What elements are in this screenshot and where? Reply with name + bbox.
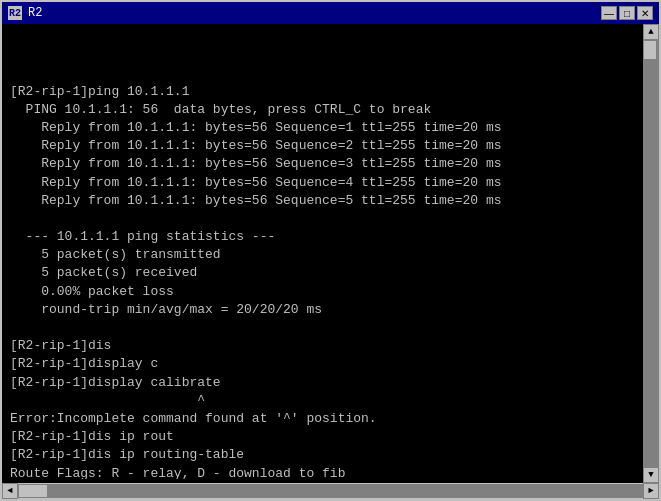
terminal-line: Reply from 10.1.1.1: bytes=56 Sequence=5… — [10, 192, 635, 210]
minimize-button[interactable]: — — [601, 6, 617, 20]
terminal-line: 5 packet(s) received — [10, 264, 635, 282]
terminal-line: Reply from 10.1.1.1: bytes=56 Sequence=3… — [10, 155, 635, 173]
scroll-up-button[interactable]: ▲ — [643, 24, 659, 40]
scroll-thumb-horizontal[interactable] — [18, 484, 48, 498]
terminal-container: [R2-rip-1]ping 10.1.1.1 PING 10.1.1.1: 5… — [2, 24, 659, 483]
terminal-line: Reply from 10.1.1.1: bytes=56 Sequence=4… — [10, 174, 635, 192]
scroll-track-horizontal[interactable] — [18, 484, 643, 498]
window-icon: R2 — [8, 6, 22, 20]
scroll-right-button[interactable]: ► — [643, 483, 659, 499]
vertical-scrollbar[interactable]: ▲ ▼ — [643, 24, 659, 483]
terminal-line: ^ — [10, 392, 635, 410]
terminal-content: [R2-rip-1]ping 10.1.1.1 PING 10.1.1.1: 5… — [10, 28, 635, 479]
title-bar: R2 R2 — □ ✕ — [2, 2, 659, 24]
scroll-thumb-vertical[interactable] — [643, 40, 657, 60]
maximize-button[interactable]: □ — [619, 6, 635, 20]
terminal-line: --- 10.1.1.1 ping statistics --- — [10, 228, 635, 246]
horizontal-scrollbar[interactable]: ◄ ► — [2, 483, 659, 499]
terminal-line — [10, 319, 635, 337]
terminal-line: Route Flags: R - relay, D - download to … — [10, 465, 635, 480]
terminal-line: round-trip min/avg/max = 20/20/20 ms — [10, 301, 635, 319]
close-button[interactable]: ✕ — [637, 6, 653, 20]
title-bar-controls: — □ ✕ — [601, 6, 653, 20]
terminal-line: [R2-rip-1]dis — [10, 337, 635, 355]
terminal-line: 0.00% packet loss — [10, 283, 635, 301]
window-title: R2 — [28, 6, 42, 20]
terminal-area[interactable]: [R2-rip-1]ping 10.1.1.1 PING 10.1.1.1: 5… — [2, 24, 643, 483]
title-bar-left: R2 R2 — [8, 6, 42, 20]
terminal-line: [R2-rip-1]dis ip routing-table — [10, 446, 635, 464]
terminal-line: [R2-rip-1]ping 10.1.1.1 — [10, 83, 635, 101]
terminal-line: [R2-rip-1]display calibrate — [10, 374, 635, 392]
terminal-line — [10, 210, 635, 228]
terminal-line: Reply from 10.1.1.1: bytes=56 Sequence=1… — [10, 119, 635, 137]
terminal-line: Reply from 10.1.1.1: bytes=56 Sequence=2… — [10, 137, 635, 155]
terminal-line: PING 10.1.1.1: 56 data bytes, press CTRL… — [10, 101, 635, 119]
terminal-line: Error:Incomplete command found at '^' po… — [10, 410, 635, 428]
scroll-track-vertical[interactable] — [643, 40, 659, 467]
terminal-line: 5 packet(s) transmitted — [10, 246, 635, 264]
terminal-line: [R2-rip-1]dis ip rout — [10, 428, 635, 446]
scroll-down-button[interactable]: ▼ — [643, 467, 659, 483]
scroll-left-button[interactable]: ◄ — [2, 483, 18, 499]
terminal-line: [R2-rip-1]display c — [10, 355, 635, 373]
main-window: R2 R2 — □ ✕ [R2-rip-1]ping 10.1.1.1 PING… — [0, 0, 661, 501]
